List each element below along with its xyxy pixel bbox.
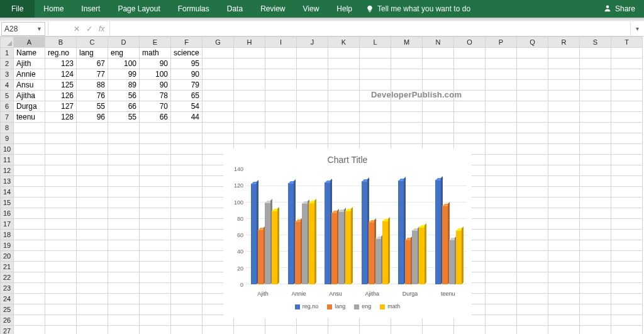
- column-header[interactable]: I: [265, 37, 297, 48]
- cell[interactable]: [14, 176, 45, 187]
- cell[interactable]: [45, 165, 77, 176]
- cell[interactable]: [171, 240, 203, 251]
- cell[interactable]: [297, 58, 328, 69]
- cell[interactable]: [77, 283, 108, 294]
- cell[interactable]: [611, 262, 643, 272]
- row-header[interactable]: 10: [1, 144, 14, 155]
- row-header[interactable]: 21: [1, 262, 14, 272]
- cell[interactable]: [77, 304, 108, 315]
- column-header[interactable]: D: [108, 37, 140, 48]
- cell[interactable]: [140, 133, 171, 144]
- cell[interactable]: [77, 219, 108, 230]
- chart-bar[interactable]: [338, 211, 344, 284]
- cell[interactable]: [611, 112, 643, 123]
- column-header[interactable]: C: [77, 37, 108, 48]
- cell[interactable]: [548, 69, 580, 80]
- cell[interactable]: [548, 133, 580, 144]
- chart-bar[interactable]: [435, 180, 441, 284]
- cell[interactable]: [391, 133, 423, 144]
- cell[interactable]: [517, 101, 548, 112]
- cell[interactable]: [45, 326, 77, 335]
- cell[interactable]: [45, 240, 77, 251]
- cell[interactable]: [203, 101, 234, 112]
- cell[interactable]: [360, 123, 391, 133]
- cell[interactable]: [517, 262, 548, 272]
- cell[interactable]: [548, 176, 580, 187]
- cell[interactable]: [45, 208, 77, 219]
- cell[interactable]: [486, 198, 517, 208]
- cell[interactable]: [297, 91, 328, 101]
- cell[interactable]: [140, 272, 171, 283]
- cell[interactable]: [108, 155, 140, 165]
- cell[interactable]: [360, 80, 391, 91]
- cell[interactable]: [140, 198, 171, 208]
- cell[interactable]: [108, 294, 140, 304]
- cell[interactable]: 99: [108, 69, 140, 80]
- cell[interactable]: [580, 219, 611, 230]
- cell[interactable]: [580, 262, 611, 272]
- cell[interactable]: [611, 91, 643, 101]
- cell[interactable]: [360, 133, 391, 144]
- row-header[interactable]: 19: [1, 240, 14, 251]
- cell[interactable]: [265, 123, 297, 133]
- chart-bar[interactable]: [265, 203, 270, 284]
- cell[interactable]: [171, 187, 203, 198]
- cell[interactable]: math: [140, 48, 171, 58]
- row-header[interactable]: 2: [1, 58, 14, 69]
- cell[interactable]: [203, 91, 234, 101]
- column-header[interactable]: O: [454, 37, 486, 48]
- cell[interactable]: [548, 294, 580, 304]
- cell[interactable]: [171, 230, 203, 240]
- cell[interactable]: [108, 326, 140, 335]
- cell[interactable]: [611, 69, 643, 80]
- cell[interactable]: [108, 198, 140, 208]
- column-header[interactable]: B: [45, 37, 77, 48]
- cell[interactable]: [14, 315, 45, 326]
- row-header[interactable]: 4: [1, 80, 14, 91]
- column-header[interactable]: R: [548, 37, 580, 48]
- cell[interactable]: [45, 315, 77, 326]
- chart-bar[interactable]: [398, 181, 404, 284]
- cell[interactable]: [45, 283, 77, 294]
- cell[interactable]: [234, 101, 265, 112]
- cell[interactable]: [580, 101, 611, 112]
- cell[interactable]: [580, 272, 611, 283]
- cell[interactable]: [265, 69, 297, 80]
- cell[interactable]: [486, 219, 517, 230]
- cell[interactable]: 66: [140, 112, 171, 123]
- chart-bar[interactable]: [331, 213, 337, 284]
- chart-bar[interactable]: [258, 230, 264, 284]
- cell[interactable]: [14, 262, 45, 272]
- cell[interactable]: [77, 144, 108, 155]
- cell[interactable]: [580, 326, 611, 335]
- cell[interactable]: [328, 133, 360, 144]
- cell[interactable]: [77, 230, 108, 240]
- cell[interactable]: [486, 262, 517, 272]
- cell[interactable]: [517, 80, 548, 91]
- cell[interactable]: [548, 251, 580, 262]
- cell[interactable]: [234, 69, 265, 80]
- row-header[interactable]: 22: [1, 272, 14, 283]
- cell[interactable]: [517, 123, 548, 133]
- cell[interactable]: [203, 123, 234, 133]
- cell[interactable]: [108, 240, 140, 251]
- cell[interactable]: [234, 91, 265, 101]
- cell[interactable]: 66: [108, 101, 140, 112]
- cell[interactable]: [140, 123, 171, 133]
- chart-bar[interactable]: [375, 238, 381, 284]
- chart-bar[interactable]: [345, 211, 351, 284]
- chart-bar[interactable]: [309, 203, 314, 284]
- chart-bar[interactable]: [295, 221, 301, 284]
- cell[interactable]: [77, 165, 108, 176]
- cell[interactable]: [108, 165, 140, 176]
- cell[interactable]: [423, 80, 454, 91]
- cell[interactable]: 127: [45, 101, 77, 112]
- cell[interactable]: [423, 112, 454, 123]
- cell[interactable]: 56: [108, 91, 140, 101]
- cell[interactable]: [611, 48, 643, 58]
- cell[interactable]: [171, 283, 203, 294]
- cell[interactable]: [171, 176, 203, 187]
- cell[interactable]: [548, 80, 580, 91]
- cell[interactable]: [108, 208, 140, 219]
- cell[interactable]: [297, 133, 328, 144]
